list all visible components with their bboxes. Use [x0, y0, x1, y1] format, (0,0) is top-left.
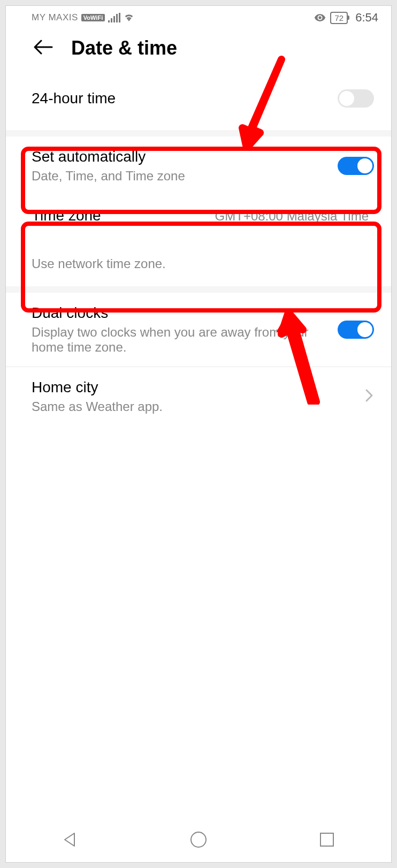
toggle-24hour[interactable]	[338, 89, 374, 108]
setting-dual-clocks[interactable]: Dual clocks Display two clocks when you …	[6, 293, 391, 367]
status-bar: MY MAXIS VoWiFi 72 6:54	[6, 6, 391, 29]
battery-icon: 72	[330, 12, 348, 24]
chevron-right-icon	[356, 388, 374, 405]
setting-desc-timezone: Use network time zone.	[32, 256, 369, 271]
wifi-icon	[124, 13, 134, 22]
setting-set-automatically[interactable]: Set automatically Date, Time, and Time z…	[6, 136, 391, 195]
setting-timezone[interactable]: Time zone GMT+08:00 Malaysia Time Use ne…	[6, 195, 391, 286]
svg-point-0	[191, 832, 206, 847]
nav-recent-button[interactable]	[316, 829, 338, 852]
setting-title-home-city: Home city	[32, 379, 356, 396]
vowifi-badge: VoWiFi	[81, 14, 105, 21]
eye-icon	[314, 12, 326, 24]
signal-strength-icon	[108, 13, 120, 22]
navigation-bar	[6, 819, 391, 862]
setting-subtitle-dual-clocks: Display two clocks when you are away fro…	[32, 325, 322, 355]
setting-title-dual-clocks: Dual clocks	[32, 304, 322, 322]
setting-home-city[interactable]: Home city Same as Weather app.	[6, 367, 391, 426]
setting-subtitle-set-auto: Date, Time, and Time zone	[32, 169, 338, 184]
toggle-set-automatically[interactable]	[338, 157, 374, 175]
setting-title-24hour: 24-hour time	[32, 90, 338, 107]
nav-back-button[interactable]	[59, 829, 81, 852]
carrier-label: MY MAXIS	[32, 12, 78, 23]
setting-24hour[interactable]: 24-hour time	[6, 67, 391, 130]
header: Date & time	[6, 29, 391, 67]
page-title: Date & time	[71, 37, 177, 59]
back-arrow-icon[interactable]	[33, 39, 54, 58]
svg-rect-1	[320, 833, 333, 846]
setting-value-timezone: GMT+08:00 Malaysia Time	[215, 209, 369, 224]
toggle-dual-clocks[interactable]	[338, 321, 374, 339]
clock-time: 6:54	[355, 11, 378, 25]
nav-home-button[interactable]	[188, 829, 209, 852]
setting-subtitle-home-city: Same as Weather app.	[32, 399, 356, 414]
setting-title-set-auto: Set automatically	[32, 148, 338, 165]
battery-level: 72	[334, 13, 343, 22]
setting-title-timezone: Time zone	[32, 207, 101, 224]
